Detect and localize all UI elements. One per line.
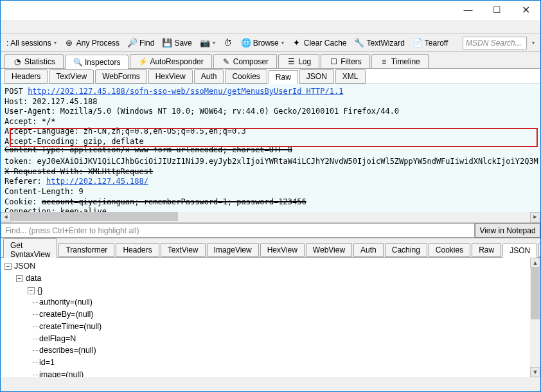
- bolt-icon: ⚡: [138, 57, 147, 66]
- camera-button[interactable]: 📷▾: [197, 37, 218, 49]
- resptab-hexview[interactable]: HexView: [260, 243, 305, 257]
- tree-field[interactable]: authority=(null): [4, 296, 537, 308]
- resptab-cookies[interactable]: Cookies: [429, 243, 470, 257]
- minimize-button[interactable]: —: [454, 1, 483, 19]
- maximize-button[interactable]: ☐: [483, 1, 511, 19]
- collapse-icon[interactable]: −: [4, 263, 12, 270]
- tree-label: {}: [37, 286, 42, 295]
- browse-button[interactable]: 🌐Browse▾: [238, 37, 287, 49]
- scroll-left-icon[interactable]: ◀: [1, 212, 11, 222]
- tearoff-label: Tearoff: [425, 39, 448, 48]
- main-tab-row: ◔Statistics 🔍Inspectors ⚡AutoResponder ✎…: [1, 52, 540, 69]
- textwizard-button[interactable]: 🔧TextWizard: [351, 37, 407, 49]
- raw-line: Accept: */*: [4, 117, 537, 127]
- tree-field[interactable]: describes=(null): [4, 344, 537, 357]
- resptab-raw[interactable]: Raw: [472, 243, 501, 257]
- window-title-bar: — ☐ ✕: [1, 1, 540, 20]
- sessions-filter-label: All sessions: [10, 39, 51, 48]
- reqtab-webforms[interactable]: WebForms: [95, 69, 146, 84]
- tearoff-button[interactable]: 📄Tearoff: [409, 37, 451, 49]
- reqtab-xml[interactable]: XML: [335, 69, 366, 84]
- raw-line: Host: 202.127.45.188: [4, 97, 537, 107]
- tab-inspectors[interactable]: 🔍Inspectors: [65, 55, 129, 69]
- scroll-thumb[interactable]: [531, 268, 540, 319]
- tab-log[interactable]: ☰Log: [278, 54, 319, 68]
- resptab-auth[interactable]: Auth: [353, 243, 384, 257]
- raw-line: Cookie: account=qiyejianguan; rememberPa…: [4, 197, 537, 208]
- toolbar-more[interactable]: ▾: [528, 39, 538, 47]
- reqtab-headers[interactable]: Headers: [4, 69, 48, 84]
- any-process-button[interactable]: ⊕Any Process: [61, 37, 123, 49]
- resptab-json[interactable]: JSON: [502, 244, 537, 258]
- scroll-up-icon[interactable]: ▲: [530, 258, 540, 268]
- tab-composer[interactable]: ✎Composer: [213, 54, 277, 68]
- tree-field[interactable]: createBy=(null): [4, 308, 537, 321]
- keep-button[interactable]: ⏱: [220, 37, 236, 49]
- scroll-right-icon[interactable]: ▶: [530, 212, 540, 222]
- vertical-scrollbar[interactable]: ▲ ▼: [530, 258, 540, 377]
- tab-label: Log: [298, 57, 311, 66]
- raw-request-pane[interactable]: POST http://202.127.45.188/sofn-sso-web/…: [1, 84, 540, 223]
- tree-field[interactable]: delFlag=N: [4, 333, 537, 345]
- collapse-icon[interactable]: −: [16, 275, 23, 282]
- tab-timeline[interactable]: ≡Timeline: [371, 54, 429, 68]
- find-label: Find: [139, 39, 154, 48]
- tab-label: AutoResponder: [150, 57, 203, 66]
- reqtab-json[interactable]: JSON: [299, 69, 334, 84]
- resptab-transformer[interactable]: Transformer: [58, 243, 114, 257]
- any-process-label: Any Process: [76, 39, 120, 48]
- compose-icon: ✎: [222, 57, 231, 66]
- raw-line: Content-Length: 9: [4, 187, 537, 197]
- find-input[interactable]: Find... (press Ctrl+Enter to highlight a…: [1, 223, 475, 238]
- tab-autoresponder[interactable]: ⚡AutoResponder: [130, 54, 211, 68]
- tree-field[interactable]: id=1: [4, 357, 537, 369]
- raw-line-xreq: X-Requested-With: XMLHttpRequest: [4, 167, 537, 177]
- tab-label: Filters: [341, 57, 362, 66]
- close-button[interactable]: ✕: [511, 1, 540, 19]
- reqtab-raw[interactable]: Raw: [269, 70, 298, 84]
- msdn-search-input[interactable]: MSDN Search...: [463, 37, 527, 49]
- tree-data[interactable]: −data: [4, 272, 537, 285]
- resptab-webview[interactable]: WebView: [306, 243, 352, 257]
- inspect-icon: 🔍: [73, 58, 82, 67]
- tree-object[interactable]: −{}: [4, 285, 537, 297]
- reqtab-cookies[interactable]: Cookies: [225, 69, 267, 84]
- resptab-imageview[interactable]: ImageView: [207, 243, 259, 257]
- tree-field[interactable]: createTime=(null): [4, 321, 537, 333]
- save-button[interactable]: 💾Save: [159, 37, 195, 49]
- stats-icon: ◔: [13, 57, 22, 66]
- cookie-value: account=qiyejianguan; rememberPassword=1…: [42, 197, 306, 206]
- collapse-icon[interactable]: −: [28, 287, 35, 294]
- reqtab-textview[interactable]: TextView: [49, 69, 94, 84]
- horizontal-scrollbar[interactable]: ◀ ▶: [1, 212, 540, 222]
- scroll-down-icon[interactable]: ▼: [530, 367, 540, 377]
- tab-label: Composer: [233, 57, 269, 66]
- resptab-headers[interactable]: Headers: [116, 243, 159, 257]
- resptab-xml[interactable]: XML: [538, 243, 541, 257]
- reqtab-hexview[interactable]: HexView: [148, 69, 193, 84]
- find-button[interactable]: 🔎Find: [124, 37, 157, 49]
- clear-cache-button[interactable]: ✦Clear Cache: [288, 37, 350, 49]
- sessions-filter[interactable]: : All sessions▾: [3, 37, 60, 49]
- resptab-textview[interactable]: TextView: [161, 243, 206, 257]
- tree-field[interactable]: image=(null): [4, 369, 537, 377]
- request-url-link[interactable]: http://202.127.45.188/sofn-sso-web/ssoMe…: [28, 87, 343, 96]
- view-in-notepad-button[interactable]: View in Notepad: [475, 223, 540, 238]
- referer-link[interactable]: http://202.127.45.188/: [46, 177, 148, 186]
- save-label: Save: [174, 39, 191, 48]
- camera-icon: 📷: [200, 38, 210, 48]
- tree-root[interactable]: −JSON: [4, 260, 537, 272]
- reqtab-auth[interactable]: Auth: [194, 69, 224, 84]
- tree-label: JSON: [14, 262, 35, 271]
- scroll-thumb[interactable]: [11, 212, 178, 221]
- target-icon: ⊕: [64, 38, 75, 48]
- tab-statistics[interactable]: ◔Statistics: [4, 54, 64, 68]
- json-tree-pane[interactable]: −JSON −data −{} authority=(null) createB…: [1, 258, 540, 377]
- log-icon: ☰: [287, 57, 296, 66]
- resptab-caching[interactable]: Caching: [385, 243, 427, 257]
- menu-bar-area: [1, 20, 540, 34]
- tab-filters[interactable]: ☐Filters: [321, 54, 370, 68]
- filter-icon: ☐: [329, 57, 338, 66]
- scroll-track[interactable]: [11, 212, 530, 222]
- raw-line-contenttype: Content-Type: application/x-www-form-url…: [4, 145, 537, 156]
